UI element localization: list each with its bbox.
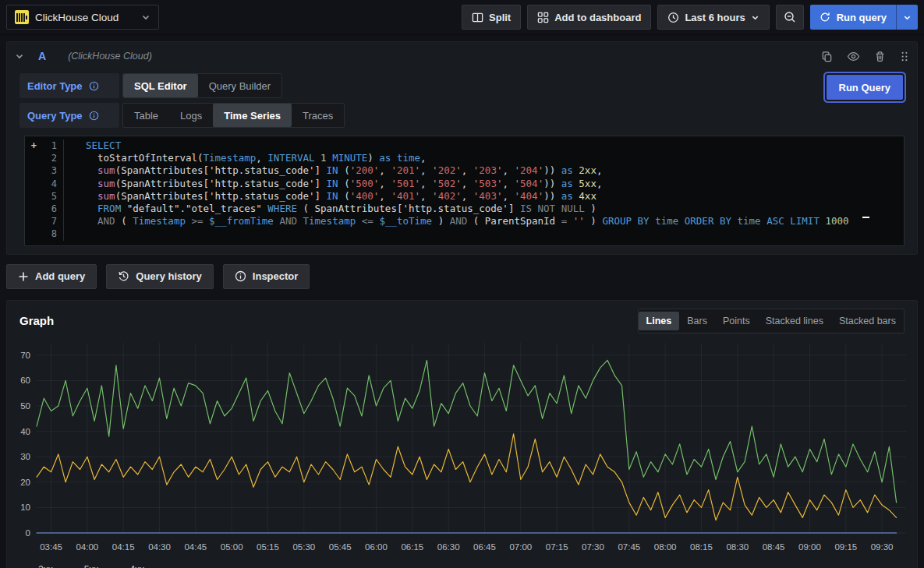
copy-icon[interactable] xyxy=(821,51,833,62)
sql-code-lines[interactable]: SELECT toStartOfInterval(Timestamp, INTE… xyxy=(64,139,904,241)
sql-token: 2xx xyxy=(579,164,597,176)
legend-item-5xx[interactable]: 5xx xyxy=(67,564,99,568)
legend-item-2xx[interactable]: 2xx xyxy=(21,564,53,568)
query-type-label-text: Query Type xyxy=(27,110,83,122)
query-history-button[interactable]: Query history xyxy=(106,264,214,289)
sql-token xyxy=(204,215,210,227)
line-number: 2 xyxy=(51,152,57,164)
sql-token: as xyxy=(379,152,391,164)
sql-token: 204 xyxy=(520,164,538,176)
sql-token: FROM xyxy=(97,203,121,214)
editor-type-label: Editor Type xyxy=(19,73,119,98)
option-lines[interactable]: Lines xyxy=(639,312,680,330)
add-to-dashboard-button[interactable]: Add to dashboard xyxy=(527,5,651,30)
sql-token: )) xyxy=(543,178,561,189)
sql-token: ( xyxy=(338,164,350,176)
sql-token: 500 xyxy=(356,178,373,189)
sql-line-5[interactable]: sum(SpanAttributes['http.status_code'] I… xyxy=(86,190,904,203)
drag-handle-icon[interactable] xyxy=(900,51,909,62)
x-tick-label: 08:30 xyxy=(726,542,749,552)
time-range-picker[interactable]: Last 6 hours xyxy=(657,5,769,30)
sql-token xyxy=(86,190,97,202)
sql-token: SELECT xyxy=(86,139,121,151)
sql-token xyxy=(327,152,333,164)
run-query-caret[interactable] xyxy=(896,5,918,30)
x-tick-label: 03:45 xyxy=(40,542,62,552)
chevron-down-icon xyxy=(751,13,759,22)
x-tick-label: 09:00 xyxy=(798,542,821,552)
option-sql-editor[interactable]: SQL Editor xyxy=(123,74,198,97)
zoom-out-button[interactable] xyxy=(776,5,804,30)
chevron-down-icon xyxy=(141,12,150,22)
x-tick-label: 07:15 xyxy=(546,542,568,552)
sql-token: , xyxy=(462,190,473,202)
sql-line-4[interactable]: sum(SpanAttributes['http.status_code'] I… xyxy=(86,178,904,190)
y-tick-label: 60 xyxy=(20,376,30,385)
y-tick-label: 30 xyxy=(20,452,30,461)
sql-line-8[interactable] xyxy=(86,228,904,240)
option-time-series[interactable]: Time Series xyxy=(213,104,292,127)
option-table[interactable]: Table xyxy=(123,104,169,127)
sql-line-6[interactable]: FROM "default"."otel_traces" WHERE ( Spa… xyxy=(86,203,904,215)
run-query-split-button[interactable]: Run query xyxy=(810,5,918,30)
sql-token: toStartOfInterval( xyxy=(86,152,204,164)
sql-token xyxy=(650,215,656,227)
line-number: 6 xyxy=(51,203,57,215)
info-circle-icon[interactable] xyxy=(89,81,99,91)
datasource-picker[interactable]: ClickHouse Cloud xyxy=(6,5,159,30)
sql-token: , xyxy=(379,178,391,189)
info-circle-icon[interactable] xyxy=(89,111,99,121)
x-tick-label: 09:15 xyxy=(834,542,857,552)
sql-token: ' xyxy=(432,164,438,176)
x-tick-label: 07:45 xyxy=(618,542,640,552)
sql-line-7[interactable]: AND ( Timestamp >= $__fromTime AND Times… xyxy=(86,215,904,228)
sql-token: AND xyxy=(450,215,468,227)
sql-token: , xyxy=(379,164,391,176)
collapse-chevron-icon[interactable] xyxy=(15,51,24,61)
sql-token: ' xyxy=(432,190,438,202)
split-panes-icon xyxy=(472,12,483,23)
sql-token xyxy=(315,152,321,164)
x-tick-label: 06:00 xyxy=(365,542,388,552)
x-tick-label: 04:15 xyxy=(112,542,135,552)
sql-token: ' xyxy=(515,164,521,176)
option-bars[interactable]: Bars xyxy=(679,312,715,330)
x-tick-label: 06:45 xyxy=(473,542,496,552)
x-tick-label: 06:15 xyxy=(401,542,423,552)
legend-item-4xx[interactable]: 4xx xyxy=(112,564,144,568)
sql-token: Timestamp xyxy=(204,152,257,164)
eye-icon[interactable] xyxy=(847,51,860,62)
text-cursor xyxy=(862,217,869,218)
split-button[interactable]: Split xyxy=(462,5,521,30)
time-series-chart[interactable]: 01020304050607003:4504:0004:1504:3004:45… xyxy=(13,338,911,561)
x-tick-label: 06:30 xyxy=(437,542,460,552)
sql-code-editor[interactable]: 1+2345678 SELECT toStartOfInterval(Times… xyxy=(24,136,905,246)
sql-token xyxy=(86,215,97,227)
option-query-builder[interactable]: Query Builder xyxy=(198,74,281,97)
query-row-header: A (ClickHouse Cloud) xyxy=(7,42,917,70)
add-line-plus-icon[interactable]: + xyxy=(31,139,37,152)
query-ref-id[interactable]: A xyxy=(38,50,46,62)
option-traces[interactable]: Traces xyxy=(292,104,344,127)
line-number: 3 xyxy=(51,164,57,177)
inspector-button[interactable]: Inspector xyxy=(223,264,310,289)
option-stacked-lines[interactable]: Stacked lines xyxy=(758,312,831,330)
sql-line-2[interactable]: toStartOfInterval(Timestamp, INTERVAL 1 … xyxy=(86,152,904,164)
option-logs[interactable]: Logs xyxy=(169,104,213,127)
trash-icon[interactable] xyxy=(874,51,886,62)
add-query-button[interactable]: Add query xyxy=(6,264,97,289)
sql-token: , xyxy=(502,178,514,189)
sql-line-1[interactable]: SELECT xyxy=(86,139,904,152)
x-tick-label: 07:00 xyxy=(509,542,532,552)
option-points[interactable]: Points xyxy=(715,312,758,330)
sql-token: MINUTE xyxy=(332,152,367,164)
sql-line-3[interactable]: sum(SpanAttributes['http.status_code'] I… xyxy=(86,164,904,177)
sql-token: 1 xyxy=(320,152,327,164)
option-stacked-bars[interactable]: Stacked bars xyxy=(831,312,904,330)
line-number: 4 xyxy=(51,178,57,190)
sql-token: sum xyxy=(97,178,115,189)
sql-token: as xyxy=(561,178,573,189)
run-query-editor-button[interactable]: Run Query xyxy=(827,75,903,100)
sql-token: as xyxy=(561,190,573,202)
sql-token: GROUP BY xyxy=(602,215,649,227)
